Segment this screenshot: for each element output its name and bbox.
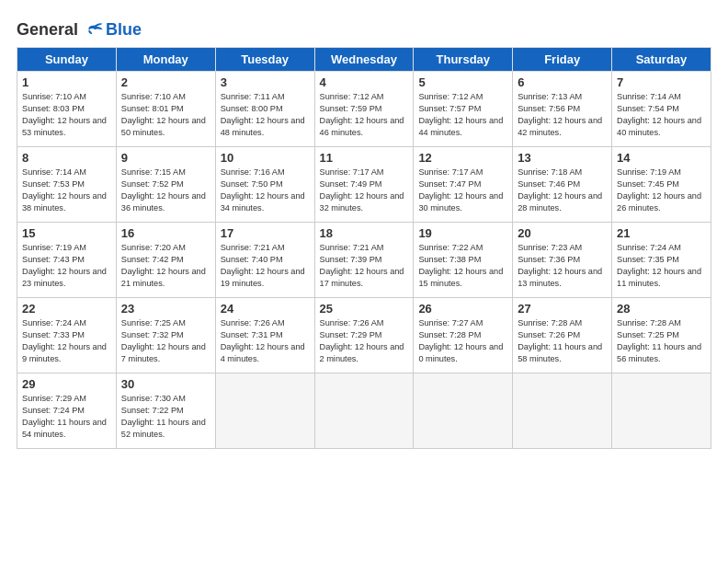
calendar-week-2: 8Sunrise: 7:14 AM Sunset: 7:53 PM Daylig…: [17, 147, 711, 223]
day-number: 17: [221, 226, 310, 240]
day-info: Sunrise: 7:15 AM Sunset: 7:52 PM Dayligh…: [121, 167, 210, 214]
header-friday: Friday: [513, 48, 612, 72]
day-info: Sunrise: 7:18 AM Sunset: 7:46 PM Dayligh…: [518, 167, 607, 214]
day-info: Sunrise: 7:19 AM Sunset: 7:43 PM Dayligh…: [22, 242, 111, 290]
calendar-cell: 25Sunrise: 7:26 AM Sunset: 7:29 PM Dayli…: [314, 298, 414, 373]
calendar-header-row: Sunday Monday Tuesday Wednesday Thursday…: [17, 48, 711, 72]
day-info: Sunrise: 7:27 AM Sunset: 7:28 PM Dayligh…: [418, 317, 507, 365]
calendar-cell: [612, 373, 711, 449]
logo-general: General: [17, 20, 78, 40]
logo: General Blue: [17, 20, 142, 40]
calendar-cell: 21Sunrise: 7:24 AM Sunset: 7:35 PM Dayli…: [612, 223, 711, 298]
calendar-cell: 9Sunrise: 7:15 AM Sunset: 7:52 PM Daylig…: [116, 147, 215, 223]
day-info: Sunrise: 7:14 AM Sunset: 7:54 PM Dayligh…: [617, 91, 706, 139]
day-info: Sunrise: 7:21 AM Sunset: 7:40 PM Dayligh…: [221, 242, 310, 290]
calendar-cell: 18Sunrise: 7:21 AM Sunset: 7:39 PM Dayli…: [314, 223, 414, 298]
calendar-cell: 26Sunrise: 7:27 AM Sunset: 7:28 PM Dayli…: [414, 298, 513, 373]
calendar-cell: 19Sunrise: 7:22 AM Sunset: 7:38 PM Dayli…: [414, 223, 513, 298]
header-monday: Monday: [116, 48, 215, 72]
day-number: 23: [121, 302, 210, 316]
calendar-cell: 6Sunrise: 7:13 AM Sunset: 7:56 PM Daylig…: [513, 72, 612, 147]
day-info: Sunrise: 7:14 AM Sunset: 7:53 PM Dayligh…: [22, 167, 111, 214]
logo-bird-icon: [82, 22, 104, 39]
header: General Blue: [17, 17, 711, 40]
day-info: Sunrise: 7:29 AM Sunset: 7:24 PM Dayligh…: [22, 393, 111, 441]
calendar-cell: 13Sunrise: 7:18 AM Sunset: 7:46 PM Dayli…: [513, 147, 612, 223]
calendar-cell: 7Sunrise: 7:14 AM Sunset: 7:54 PM Daylig…: [612, 72, 711, 147]
calendar-cell: 30Sunrise: 7:30 AM Sunset: 7:22 PM Dayli…: [116, 373, 215, 449]
calendar-week-4: 22Sunrise: 7:24 AM Sunset: 7:33 PM Dayli…: [17, 298, 711, 373]
day-info: Sunrise: 7:17 AM Sunset: 7:47 PM Dayligh…: [418, 167, 507, 214]
calendar-cell: 20Sunrise: 7:23 AM Sunset: 7:36 PM Dayli…: [513, 223, 612, 298]
calendar-cell: 1Sunrise: 7:10 AM Sunset: 8:03 PM Daylig…: [17, 72, 117, 147]
calendar-cell: 16Sunrise: 7:20 AM Sunset: 7:42 PM Dayli…: [116, 223, 215, 298]
calendar-cell: 8Sunrise: 7:14 AM Sunset: 7:53 PM Daylig…: [17, 147, 117, 223]
day-info: Sunrise: 7:26 AM Sunset: 7:29 PM Dayligh…: [320, 317, 409, 365]
day-number: 1: [22, 75, 111, 89]
calendar-cell: [314, 373, 414, 449]
calendar-cell: 12Sunrise: 7:17 AM Sunset: 7:47 PM Dayli…: [414, 147, 513, 223]
day-number: 6: [518, 75, 607, 89]
day-number: 7: [617, 75, 706, 89]
day-info: Sunrise: 7:12 AM Sunset: 7:59 PM Dayligh…: [320, 91, 409, 139]
calendar-cell: 3Sunrise: 7:11 AM Sunset: 8:00 PM Daylig…: [215, 72, 314, 147]
day-number: 14: [617, 151, 706, 165]
day-number: 21: [617, 226, 706, 240]
day-info: Sunrise: 7:23 AM Sunset: 7:36 PM Dayligh…: [518, 242, 607, 290]
day-number: 12: [418, 151, 507, 165]
day-number: 9: [121, 151, 210, 165]
day-info: Sunrise: 7:28 AM Sunset: 7:25 PM Dayligh…: [617, 317, 706, 365]
day-info: Sunrise: 7:11 AM Sunset: 8:00 PM Dayligh…: [221, 91, 310, 139]
calendar-cell: 4Sunrise: 7:12 AM Sunset: 7:59 PM Daylig…: [314, 72, 414, 147]
calendar-cell: 22Sunrise: 7:24 AM Sunset: 7:33 PM Dayli…: [17, 298, 117, 373]
day-info: Sunrise: 7:20 AM Sunset: 7:42 PM Dayligh…: [121, 242, 210, 290]
calendar-cell: 17Sunrise: 7:21 AM Sunset: 7:40 PM Dayli…: [215, 223, 314, 298]
page: General Blue Sunday Monday Tuesday Wedne…: [0, 0, 728, 563]
day-info: Sunrise: 7:25 AM Sunset: 7:32 PM Dayligh…: [121, 317, 210, 365]
day-number: 27: [518, 302, 607, 316]
calendar-cell: [513, 373, 612, 449]
day-number: 20: [518, 226, 607, 240]
calendar-cell: 11Sunrise: 7:17 AM Sunset: 7:49 PM Dayli…: [314, 147, 414, 223]
day-number: 22: [22, 302, 111, 316]
calendar-cell: [215, 373, 314, 449]
day-info: Sunrise: 7:16 AM Sunset: 7:50 PM Dayligh…: [221, 167, 310, 214]
day-info: Sunrise: 7:12 AM Sunset: 7:57 PM Dayligh…: [418, 91, 507, 139]
day-number: 19: [418, 226, 507, 240]
calendar-cell: 23Sunrise: 7:25 AM Sunset: 7:32 PM Dayli…: [116, 298, 215, 373]
day-info: Sunrise: 7:21 AM Sunset: 7:39 PM Dayligh…: [320, 242, 409, 290]
day-info: Sunrise: 7:26 AM Sunset: 7:31 PM Dayligh…: [221, 317, 310, 365]
calendar-cell: [414, 373, 513, 449]
day-info: Sunrise: 7:24 AM Sunset: 7:35 PM Dayligh…: [617, 242, 706, 290]
day-info: Sunrise: 7:24 AM Sunset: 7:33 PM Dayligh…: [22, 317, 111, 365]
day-number: 10: [221, 151, 310, 165]
day-number: 29: [22, 377, 111, 391]
day-info: Sunrise: 7:28 AM Sunset: 7:26 PM Dayligh…: [518, 317, 607, 365]
day-number: 18: [320, 226, 409, 240]
day-number: 13: [518, 151, 607, 165]
header-sunday: Sunday: [17, 48, 117, 72]
header-tuesday: Tuesday: [215, 48, 314, 72]
header-thursday: Thursday: [414, 48, 513, 72]
header-wednesday: Wednesday: [314, 48, 414, 72]
calendar-cell: 2Sunrise: 7:10 AM Sunset: 8:01 PM Daylig…: [116, 72, 215, 147]
calendar-week-3: 15Sunrise: 7:19 AM Sunset: 7:43 PM Dayli…: [17, 223, 711, 298]
calendar-week-1: 1Sunrise: 7:10 AM Sunset: 8:03 PM Daylig…: [17, 72, 711, 147]
calendar-cell: 14Sunrise: 7:19 AM Sunset: 7:45 PM Dayli…: [612, 147, 711, 223]
day-info: Sunrise: 7:10 AM Sunset: 8:01 PM Dayligh…: [121, 91, 210, 139]
day-number: 11: [320, 151, 409, 165]
day-number: 28: [617, 302, 706, 316]
calendar-cell: 15Sunrise: 7:19 AM Sunset: 7:43 PM Dayli…: [17, 223, 117, 298]
day-number: 16: [121, 226, 210, 240]
logo-blue: Blue: [106, 20, 142, 40]
day-info: Sunrise: 7:17 AM Sunset: 7:49 PM Dayligh…: [320, 167, 409, 214]
header-saturday: Saturday: [612, 48, 711, 72]
day-number: 3: [221, 75, 310, 89]
day-number: 25: [320, 302, 409, 316]
calendar-cell: 5Sunrise: 7:12 AM Sunset: 7:57 PM Daylig…: [414, 72, 513, 147]
day-number: 24: [221, 302, 310, 316]
day-number: 2: [121, 75, 210, 89]
day-number: 5: [418, 75, 507, 89]
calendar-cell: 24Sunrise: 7:26 AM Sunset: 7:31 PM Dayli…: [215, 298, 314, 373]
day-number: 4: [320, 75, 409, 89]
